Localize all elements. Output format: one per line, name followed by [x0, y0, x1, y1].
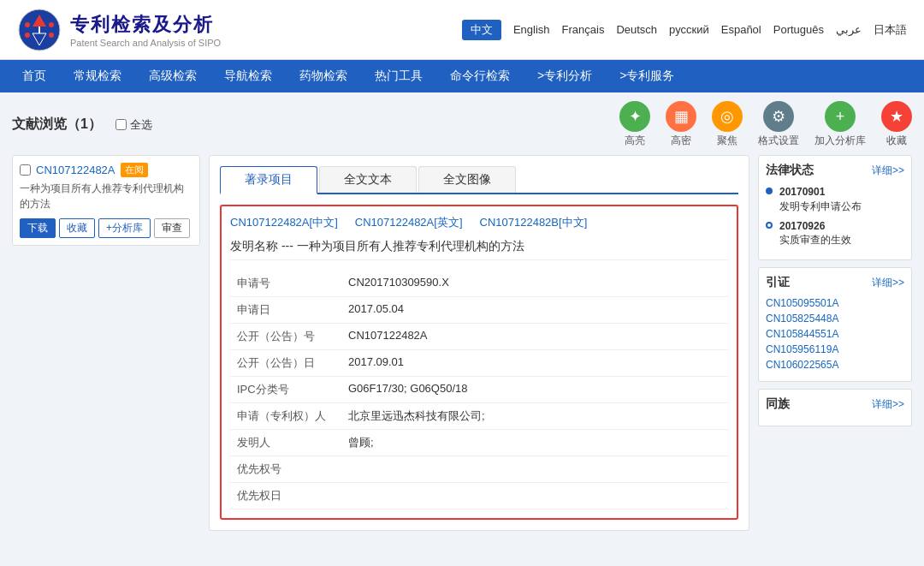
dense-label: 高密 — [671, 134, 691, 148]
lang-portuguese[interactable]: Português — [773, 23, 824, 36]
focus-icon: ◎ — [712, 101, 743, 132]
lang-french[interactable]: Français — [562, 23, 605, 36]
svg-point-7 — [49, 33, 54, 38]
patent-id-link[interactable]: CN107122482A — [36, 164, 116, 176]
toolbar-format[interactable]: ⚙ 格式设置 — [758, 101, 799, 148]
timeline-content-1: 20170901 发明专利申请公布 — [779, 185, 862, 214]
table-row: 优先权号 — [230, 456, 728, 483]
title-left: 文献浏览（1） 全选 — [12, 116, 152, 134]
family-header: 同族 详细>> — [766, 396, 904, 412]
field-label-pubdate: 公开（公告）日 — [230, 350, 341, 377]
patent-link-cnb-zh[interactable]: CN107122482B[中文] — [480, 215, 588, 230]
citation-5[interactable]: CN106022565A — [766, 359, 904, 371]
field-label-pubno: 公开（公告）号 — [230, 324, 341, 350]
right-panel: 法律状态 详细>> 20170901 发明专利申请公布 20170926 实质审… — [758, 155, 912, 531]
patent-item-header: CN107122482A 在阅 — [20, 163, 192, 177]
logo-area: 专利检索及分析 Patent Search and Analysis of SI… — [17, 8, 221, 52]
patent-item-checkbox[interactable] — [20, 164, 31, 176]
patent-item: CN107122482A 在阅 一种为项目所有人推荐专利代理机构的方法 下载 收… — [12, 155, 200, 246]
family-title: 同族 — [766, 396, 790, 412]
detail-section: CN107122482A[中文] CN107122482A[英文] CN1071… — [220, 205, 738, 520]
tab-bibliographic[interactable]: 著录项目 — [220, 166, 317, 194]
highlight-icon: ✦ — [619, 101, 650, 132]
patent-links-row: CN107122482A[中文] CN107122482A[英文] CN1071… — [230, 215, 728, 230]
family-more[interactable]: 详细>> — [872, 397, 904, 412]
field-label-appno: 申请号 — [230, 271, 341, 297]
field-value-inventor: 曾顾; — [341, 430, 728, 456]
nav-patent-analysis[interactable]: >专利分析 — [524, 60, 606, 92]
download-button[interactable]: 下载 — [20, 218, 56, 238]
timeline-date-1: 20170901 — [779, 185, 862, 200]
tab-fulltext[interactable]: 全文文本 — [319, 166, 417, 193]
lang-arabic[interactable]: عربي — [836, 23, 862, 36]
legal-status-more[interactable]: 详细>> — [872, 164, 904, 178]
timeline-dot-2 — [766, 222, 773, 229]
header: 专利检索及分析 Patent Search and Analysis of SI… — [0, 0, 924, 60]
focus-label: 聚焦 — [717, 134, 737, 148]
tab-fullimage[interactable]: 全文图像 — [418, 166, 516, 193]
select-all-label[interactable]: 全选 — [116, 117, 152, 133]
toolbar-dense[interactable]: ▦ 高密 — [666, 101, 696, 148]
nav-hot-tools[interactable]: 热门工具 — [361, 60, 436, 92]
language-nav: 中文 English Français Deutsch русский Espa… — [462, 20, 907, 40]
logo-text: 专利检索及分析 Patent Search and Analysis of SI… — [70, 12, 221, 48]
citation-1[interactable]: CN105095501A — [766, 297, 904, 309]
lang-german[interactable]: Deutsch — [616, 23, 657, 36]
svg-point-6 — [25, 33, 30, 38]
lang-japanese[interactable]: 日本語 — [874, 22, 907, 38]
table-row: 申请日 2017.05.04 — [230, 297, 728, 324]
lang-russian[interactable]: русский — [669, 23, 709, 36]
field-label-inventor: 发明人 — [230, 430, 341, 456]
table-row: 申请号 CN201710309590.X — [230, 271, 728, 297]
citations-header: 引证 详细>> — [766, 275, 904, 290]
nav-advanced-search[interactable]: 高级检索 — [135, 60, 210, 92]
table-row: IPC分类号 G06F17/30; G06Q50/18 — [230, 377, 728, 403]
timeline-item-1: 20170901 发明专利申请公布 — [766, 185, 904, 214]
nav-home[interactable]: 首页 — [9, 60, 60, 92]
field-label-priority-date: 优先权日 — [230, 483, 341, 509]
patent-description: 一种为项目所有人推荐专利代理机构的方法 — [20, 181, 192, 212]
nav-patent-service[interactable]: >专利服务 — [606, 60, 688, 92]
citation-2[interactable]: CN105825448A — [766, 313, 904, 325]
nav-cmd-search[interactable]: 命令行检索 — [436, 60, 524, 92]
lang-spanish[interactable]: Español — [721, 23, 761, 36]
add-to-analysis-button[interactable]: +分析库 — [98, 218, 151, 238]
field-label-priority-no: 优先权号 — [230, 456, 341, 483]
table-row: 优先权日 — [230, 483, 728, 509]
favorite-icon: ★ — [881, 101, 912, 132]
legal-status-section: 法律状态 详细>> 20170901 发明专利申请公布 20170926 实质审… — [758, 155, 912, 260]
toolbar-highlight[interactable]: ✦ 高亮 — [619, 101, 650, 148]
toolbar-favorite[interactable]: ★ 收藏 — [881, 101, 912, 148]
citations-section: 引证 详细>> CN105095501A CN105825448A CN1058… — [758, 267, 912, 382]
nav-drug-search[interactable]: 药物检索 — [286, 60, 361, 92]
field-value-applicant: 北京里远迅杰科技有限公司; — [341, 403, 728, 430]
toolbar-add-analysis[interactable]: + 加入分析库 — [814, 101, 866, 148]
timeline-desc-2: 实质审查的生效 — [779, 233, 851, 247]
toolbar-icons: ✦ 高亮 ▦ 高密 ◎ 聚焦 ⚙ 格式设置 + 加入分析库 ★ 收藏 — [619, 101, 912, 148]
left-panel: CN107122482A 在阅 一种为项目所有人推荐专利代理机构的方法 下载 收… — [12, 155, 200, 531]
citation-3[interactable]: CN105844551A — [766, 328, 904, 340]
patent-link-cn-en[interactable]: CN107122482A[英文] — [355, 215, 463, 230]
logo-subtitle: Patent Search and Analysis of SIPO — [70, 38, 221, 48]
nav-common-search[interactable]: 常规检索 — [60, 60, 135, 92]
main-area: 文献浏览（1） 全选 ✦ 高亮 ▦ 高密 ◎ 聚焦 ⚙ 格式设置 — [0, 92, 924, 539]
timeline-dot-1 — [766, 188, 773, 194]
field-value-priority-date — [341, 483, 728, 509]
field-label-applicant: 申请（专利权）人 — [230, 403, 341, 430]
logo-title: 专利检索及分析 — [70, 12, 221, 38]
citations-more[interactable]: 详细>> — [872, 276, 904, 290]
logo-icon — [17, 8, 62, 52]
collect-button[interactable]: 收藏 — [59, 218, 95, 238]
lang-english[interactable]: English — [513, 23, 550, 36]
svg-point-5 — [49, 22, 54, 27]
patent-actions: 下载 收藏 +分析库 审查 — [20, 218, 192, 238]
toolbar-focus[interactable]: ◎ 聚焦 — [712, 101, 743, 148]
table-row: 发明人 曾顾; — [230, 430, 728, 456]
select-all-checkbox[interactable] — [116, 119, 127, 130]
review-button[interactable]: 审查 — [154, 218, 190, 238]
patent-link-cn-zh[interactable]: CN107122482A[中文] — [230, 215, 338, 230]
lang-chinese[interactable]: 中文 — [462, 20, 501, 40]
timeline-desc-1: 发明专利申请公布 — [779, 200, 862, 214]
nav-nav-search[interactable]: 导航检索 — [210, 60, 286, 92]
citation-4[interactable]: CN105956119A — [766, 343, 904, 355]
